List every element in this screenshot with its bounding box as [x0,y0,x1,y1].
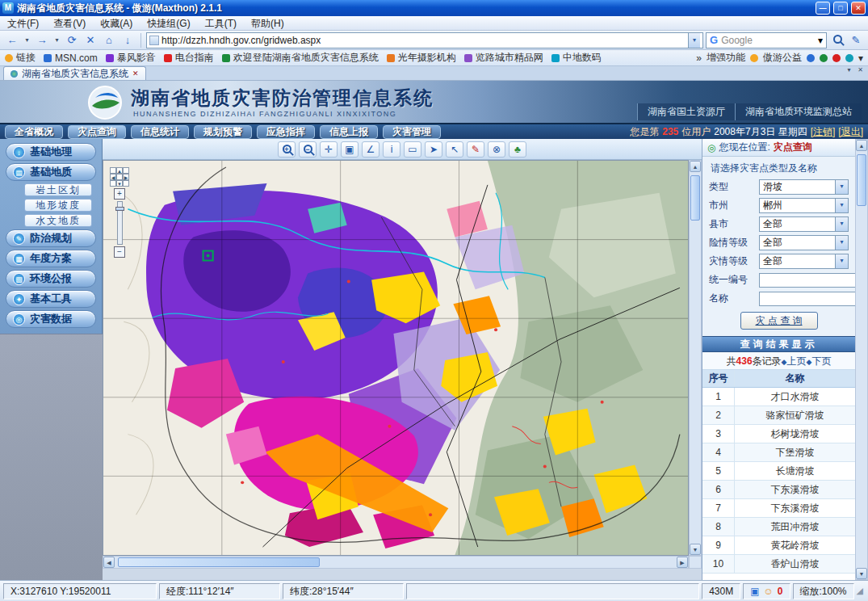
menu-file[interactable]: 文件(F) [0,16,46,31]
search-dropdown-icon[interactable]: ▾ [818,35,823,46]
table-row[interactable]: 5长塘滑坡 [702,462,855,481]
identify-button[interactable]: i [383,141,400,158]
row-name[interactable]: 下东溪滑坡 [735,499,855,517]
address-input[interactable] [161,35,686,46]
full-extent-button[interactable]: ▣ [341,141,359,158]
back-dropdown-icon[interactable]: ▾ [23,32,31,48]
forward-dropdown-icon[interactable]: ▾ [52,32,61,48]
layers-button[interactable]: ♣ [509,141,526,158]
nav-tab-emergency[interactable]: 应急指挥 [257,125,315,139]
pan-right-button[interactable]: ▶ [123,174,129,180]
menu-favorites[interactable]: 收藏(A) [93,16,140,31]
row-name[interactable]: 黄花岭滑坡 [735,536,855,554]
link-city[interactable]: 览路城市精品网 [464,51,543,65]
pan-up-button[interactable]: ▲ [116,167,123,174]
measure-button[interactable]: ∠ [362,141,379,158]
type-select[interactable]: 滑坡 ▾ [759,179,849,195]
zoom-in-button[interactable]: + [278,141,296,158]
resize-grip[interactable]: ◢ [857,586,865,596]
scroll-right-icon[interactable]: ▶ [677,557,688,568]
links-label[interactable]: 链接 [5,51,36,65]
address-dropdown-icon[interactable]: ▾ [688,33,700,48]
select-rect-button[interactable]: ▭ [404,141,421,158]
search-icon[interactable] [829,32,845,48]
map-vscroll-thumb[interactable] [690,175,700,221]
row-name[interactable]: 下东溪滑坡 [735,481,855,498]
link-msn[interactable]: MSN.com [44,53,98,64]
table-row[interactable]: 2骆家恒矿滑坡 [702,406,855,425]
row-name[interactable]: 香炉山滑坡 [735,555,855,573]
nav-tab-management[interactable]: 灾害管理 [383,125,441,139]
zoom-select-button[interactable]: ↖ [446,141,463,158]
pan-button[interactable]: ✛ [320,141,338,158]
county-select[interactable]: 全部 ▾ [759,216,849,232]
download-icon[interactable]: ↓ [120,32,136,48]
title-bar[interactable]: M 湖南省地质灾害信息系统 - 傲游(Maxthon) 2.1.1 — □ ✕ [0,0,868,16]
geo-monitor-link[interactable]: 湖南省地质环境监测总站 [735,103,862,120]
menu-groups[interactable]: 快捷组(G) [140,16,197,31]
menu-view[interactable]: 查看(V) [46,16,93,31]
table-row[interactable]: 9黄花岭滑坡 [702,536,855,555]
prev-page-link[interactable]: 上页 [787,355,807,367]
sidebar-subitem-slope[interactable]: 地形坡度 [24,199,92,212]
plugin-icon[interactable] [807,54,815,62]
tab-bar-close-icon[interactable]: ✕ [856,62,865,78]
row-name[interactable]: 下堡滑坡 [735,443,855,461]
row-name[interactable]: 长塘滑坡 [735,462,855,480]
land-resources-link[interactable]: 湖南省国土资源厅 [637,103,735,120]
nav-tab-warning[interactable]: 规划预警 [194,125,252,139]
nav-tab-report[interactable]: 信息上报 [320,125,378,139]
pan-down-button[interactable]: ▼ [116,180,123,187]
map-canvas[interactable]: ▲ ◀ ▶ ▼ + − [103,160,689,556]
pan-left-button[interactable]: ◀ [110,174,116,180]
city-select[interactable]: 郴州 ▾ [759,198,849,213]
refresh-icon[interactable]: ⟳ [64,32,80,48]
link-baofeng[interactable]: 暴风影音 [106,51,156,65]
scroll-up-icon[interactable]: ▲ [856,140,867,151]
row-name[interactable]: 杉树垅滑坡 [735,425,855,443]
nav-tab-disaster-query[interactable]: 灾点查询 [68,125,126,139]
sidebar-subitem-hydrogeology[interactable]: 水文地质 [24,214,92,227]
disaster-query-button[interactable]: 灾 点 查 询 [740,312,818,330]
nav-tab-statistics[interactable]: 信息统计 [131,125,189,139]
search-box[interactable]: G Google ▾ [706,32,827,48]
forward-icon[interactable]: → [34,32,50,48]
link-radio[interactable]: 电台指南 [164,51,214,65]
logout-link[interactable]: [注销] [811,125,836,139]
link-zhongdi[interactable]: 中地数码 [551,51,602,65]
disaster-level-select[interactable]: 全部 ▾ [759,254,849,269]
more-links-icon[interactable]: » [696,53,702,64]
next-page-link[interactable]: 下页 [811,355,831,367]
highlight-icon[interactable]: ✎ [848,32,864,48]
home-icon[interactable]: ⌂ [101,32,117,48]
scroll-down-icon[interactable]: ▼ [690,544,701,555]
row-name[interactable]: 才口水滑坡 [735,388,855,406]
table-row[interactable]: 3杉树垅滑坡 [702,425,855,443]
page-vscroll-thumb[interactable] [857,154,866,206]
sidebar-item-prevention-plan[interactable]: ✎防治规划 [6,229,96,247]
back-icon[interactable]: ← [4,32,20,48]
sidebar-item-disaster-data[interactable]: ◎灾害数据 [6,310,96,328]
row-name[interactable]: 骆家恒矿滑坡 [735,406,855,424]
table-row[interactable]: 8荒田冲滑坡 [702,518,855,536]
table-row[interactable]: 7下东溪滑坡 [702,499,855,518]
plugin-icon[interactable] [820,54,828,62]
table-row[interactable]: 10香炉山滑坡 [702,555,855,574]
slider-zoom-out-button[interactable]: − [114,246,125,258]
danger-level-select[interactable]: 全部 ▾ [759,235,849,250]
row-name[interactable]: 荒田冲滑坡 [735,518,855,536]
uid-input[interactable] [759,273,855,288]
minimize-button[interactable]: — [816,2,830,15]
nav-tab-overview[interactable]: 全省概况 [5,125,63,139]
menu-tools[interactable]: 工具(T) [198,16,244,31]
table-row[interactable]: 1才口水滑坡 [702,388,855,406]
link-photo[interactable]: 光年摄影机构 [387,51,456,65]
enhance-link[interactable]: 增强功能 [707,51,745,65]
stop-icon[interactable]: ✕ [82,32,99,48]
name-input[interactable] [759,292,855,306]
menu-help[interactable]: 帮助(H) [244,16,291,31]
scroll-down-icon[interactable]: ▼ [856,568,867,579]
map-hscroll-thumb[interactable] [118,557,320,567]
clear-button[interactable]: ⊗ [488,141,505,158]
sidebar-subitem-rock-zoning[interactable]: 岩土区划 [24,183,92,196]
